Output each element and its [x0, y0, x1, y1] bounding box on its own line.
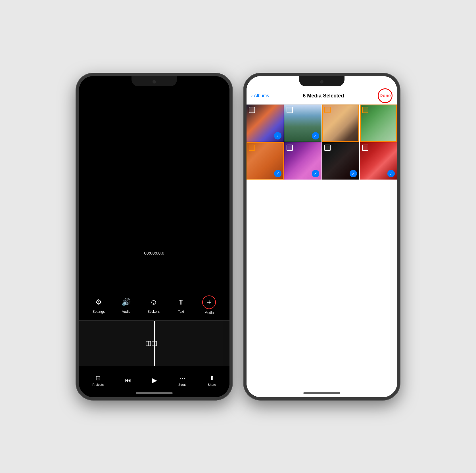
back-btn[interactable]: ⏮	[125, 377, 131, 384]
share-label: Share	[208, 383, 216, 386]
empty-area	[247, 215, 397, 389]
media-grid: ✓ ✓ ✓	[247, 105, 397, 180]
camera-dot-right	[320, 80, 323, 84]
checkmark-6: ✓	[312, 170, 319, 177]
timeline: ◫◫	[79, 320, 229, 366]
settings-tool[interactable]: ⚙ Settings	[93, 297, 105, 314]
checkmark-1: ✓	[274, 132, 281, 139]
stickers-icon: ☺	[148, 297, 159, 308]
play-icon: ▶	[152, 377, 157, 384]
scrub-icon: ⋯	[179, 374, 185, 382]
checkbox-2	[287, 107, 293, 113]
chevron-left-icon: ‹	[251, 93, 253, 99]
checkmark-2: ✓	[312, 132, 319, 139]
projects-label: Projects	[92, 383, 104, 386]
media-cell-4[interactable]	[360, 105, 397, 142]
clip-icon: ◫◫	[145, 339, 157, 347]
audio-label: Audio	[122, 310, 131, 314]
audio-icon: 🔊	[120, 297, 132, 308]
home-indicator-right	[303, 392, 340, 394]
timeline-cursor	[154, 321, 155, 366]
checkmark-8: ✓	[387, 170, 395, 177]
albums-back-button[interactable]: ‹ Albums	[251, 93, 269, 99]
editor-screen: 00:00:00.0 ⚙ Settings 🔊 Audio ☺ Stickers…	[79, 76, 229, 397]
media-cell-3[interactable]	[322, 105, 359, 142]
home-indicator	[136, 392, 173, 394]
checkmark-7: ✓	[350, 170, 357, 177]
text-tool[interactable]: T Text	[175, 297, 187, 314]
selected-count-title: 6 Media Selected	[303, 93, 344, 99]
media-cell-8[interactable]: ✓	[360, 142, 397, 180]
media-picker-screen: ‹ Albums 6 Media Selected Done ✓ ✓	[247, 76, 397, 397]
back-icon: ⏮	[125, 377, 131, 384]
media-add-icon: +	[202, 295, 216, 309]
left-phone: 00:00:00.0 ⚙ Settings 🔊 Audio ☺ Stickers…	[76, 73, 232, 400]
checkmark-5: ✓	[274, 170, 281, 177]
checkbox-1	[249, 107, 255, 113]
done-button[interactable]: Done	[378, 88, 393, 103]
play-btn[interactable]: ▶	[152, 377, 157, 384]
albums-label: Albums	[254, 93, 269, 98]
selected-border-3	[322, 105, 359, 142]
media-tool[interactable]: + Media	[202, 295, 216, 315]
stickers-label: Stickers	[147, 310, 160, 314]
projects-btn[interactable]: ⊞ Projects	[92, 374, 104, 386]
share-btn[interactable]: ⬆ Share	[208, 374, 216, 386]
media-cell-2[interactable]: ✓	[284, 105, 321, 142]
media-cell-5[interactable]: ✓	[247, 142, 284, 180]
settings-label: Settings	[93, 310, 105, 314]
projects-icon: ⊞	[95, 374, 101, 382]
media-cell-1[interactable]: ✓	[247, 105, 284, 142]
media-cell-6[interactable]: ✓	[284, 142, 321, 180]
camera-dot	[153, 80, 156, 84]
audio-tool[interactable]: 🔊 Audio	[120, 297, 132, 314]
checkbox-6	[287, 145, 293, 151]
settings-icon: ⚙	[93, 297, 104, 308]
editor-toolbar: ⚙ Settings 🔊 Audio ☺ Stickers T Text + M…	[79, 293, 229, 318]
media-label: Media	[204, 311, 214, 315]
scrub-label: Scrub	[178, 383, 187, 386]
share-icon: ⬆	[209, 374, 214, 382]
text-label: Text	[178, 310, 184, 314]
stickers-tool[interactable]: ☺ Stickers	[147, 297, 160, 314]
scrub-btn[interactable]: ⋯ Scrub	[178, 374, 187, 386]
media-cell-7[interactable]: ✓	[322, 142, 359, 180]
checkbox-7	[324, 145, 331, 151]
picker-header: ‹ Albums 6 Media Selected Done	[247, 87, 397, 105]
checkbox-8	[362, 145, 368, 151]
selected-border-4	[360, 105, 397, 142]
right-phone: ‹ Albums 6 Media Selected Done ✓ ✓	[244, 73, 400, 400]
text-icon: T	[175, 297, 187, 308]
timecode: 00:00:00.0	[144, 251, 164, 255]
playback-bar: ⊞ Projects ⏮ ▶ ⋯ Scrub ⬆ Share	[79, 372, 229, 389]
done-label: Done	[379, 93, 391, 98]
